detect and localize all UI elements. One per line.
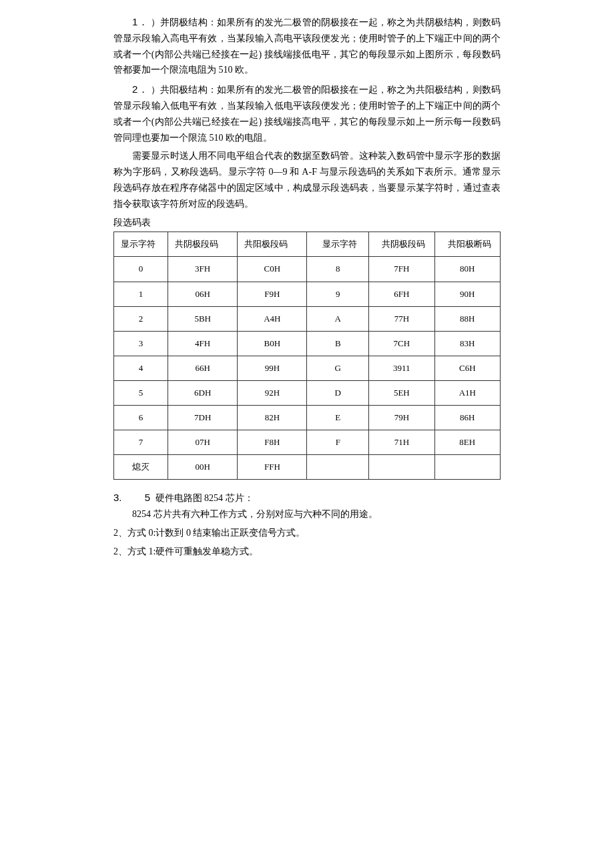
table-cell: 7FH [369,257,434,282]
table-row: 707HF8HF71H8EH [114,430,501,455]
table-cell: F9H [238,282,307,306]
table-cell: 77H [369,306,434,331]
table-cell: 5 [114,380,168,405]
table-cell: 3FH [168,257,238,282]
table-cell: 4 [114,356,168,380]
table-cell: A1H [434,380,500,405]
table-cell: C0H [238,257,307,282]
table-row: 106HF9H96FH90H [114,282,501,306]
table-cell: E [307,406,369,430]
paragraph-3: 需要显示时送人用不同电平组合代表的数据至数码管。这种装入数码管中显示字形的数据称… [113,148,501,211]
table-cell: 07H [168,430,238,455]
table-cell: 82H [238,406,307,430]
th-4: 共阴极段码 [369,232,434,257]
sec5-line: 8254 芯片共有六种工作方式，分别对应与六种不同的用途。 [113,506,501,522]
num-label-1: 1． [132,16,148,27]
table-cell: 7 [114,430,168,455]
table-cell: 79H [369,406,434,430]
table-cell: 99H [238,356,307,380]
table-row: 熄灭00HFFH [114,455,501,480]
table-cell: 86H [434,406,500,430]
table-cell: 88H [434,306,500,331]
table-cell: 9 [307,282,369,306]
table-cell [434,455,500,480]
table-cell: 92H [238,380,307,405]
table-cell: 5EH [369,380,434,405]
table-cell: 2 [114,306,168,331]
paragraph-1-text: ）并阴极结构：如果所有的发光二极管的阴极接在一起，称之为共阴极结构，则数码管显示… [113,17,501,75]
section-3: 3. 5 硬件电路图 8254 芯片： [113,489,501,506]
paragraph-2: 2．）共阳极结构：如果所有的发光二极管的阳极接在一起，称之为共阳极结构，则数码管… [113,81,501,145]
table-cell: 1 [114,282,168,306]
th-3: 显示字符 [307,232,369,257]
table-cell: 3 [114,331,168,356]
table-cell: B [307,331,369,356]
paragraph-3-text: 需要显示时送人用不同电平组合代表的数据至数码管。这种装入数码管中显示字形的数据称… [113,151,501,208]
table-cell: 4FH [168,331,238,356]
table-row: 67DH82HE79H86H [114,406,501,430]
table-body: 03FHC0H87FH80H106HF9H96FH90H25BHA4HA77H8… [114,257,501,480]
table-cell: 66H [168,356,238,380]
table-cell: 83H [434,331,500,356]
table-cell: 5BH [168,306,238,331]
table-cell: A4H [238,306,307,331]
paragraph-2-text: ）共阳极结构：如果所有的发光二极管的阳极接在一起，称之为共阳极结构，则数码管显示… [113,85,501,142]
table-cell: B0H [238,331,307,356]
sec5-num: 5 [145,492,150,503]
table-row: 03FHC0H87FH80H [114,257,501,282]
mode-0: 2、方式 0:计数到 0 结束输出正跃变信号方式。 [113,525,501,541]
sec3-num: 3. [113,492,122,503]
th-5: 共阳极断码 [434,232,500,257]
table-caption: 段选码表 [113,215,501,231]
table-cell: 00H [168,455,238,480]
table-cell: 7DH [168,406,238,430]
mode-1: 2、方式 1:硬件可重触发单稳方式。 [113,544,501,560]
th-0: 显示字符 [114,232,168,257]
table-row: 25BHA4HA77H88H [114,306,501,331]
th-1: 共阴极段码 [168,232,238,257]
table-cell: 8EH [434,430,500,455]
th-2: 共阳极段码 [238,232,307,257]
table-cell: 熄灭 [114,455,168,480]
table-cell: G [307,356,369,380]
table-cell: C6H [434,356,500,380]
table-cell: 90H [434,282,500,306]
table-cell: 7CH [369,331,434,356]
paragraph-1: 1．）并阴极结构：如果所有的发光二极管的阴极接在一起，称之为共阴极结构，则数码管… [113,13,501,78]
table-cell: 0 [114,257,168,282]
table-cell: 3911 [369,356,434,380]
segment-code-table: 显示字符 共阴极段码 共阳极段码 显示字符 共阴极段码 共阳极断码 03FHC0… [113,232,501,480]
table-cell: 6FH [369,282,434,306]
table-cell: 06H [168,282,238,306]
table-row: 34FHB0HB7CH83H [114,331,501,356]
table-cell: 8 [307,257,369,282]
table-cell: D [307,380,369,405]
table-cell [307,455,369,480]
table-cell: A [307,306,369,331]
table-cell: FFH [238,455,307,480]
table-cell: 71H [369,430,434,455]
sec5-title: 硬件电路图 8254 芯片： [153,493,254,503]
table-cell: 6 [114,406,168,430]
table-cell: 80H [434,257,500,282]
table-cell [369,455,434,480]
num-label-2: 2． [132,83,148,95]
table-cell: 6DH [168,380,238,405]
table-header-row: 显示字符 共阴极段码 共阳极段码 显示字符 共阴极段码 共阳极断码 [114,232,501,257]
table-row: 56DH92HD5EHA1H [114,380,501,405]
table-cell: F8H [238,430,307,455]
table-cell: F [307,430,369,455]
table-row: 466H99HG3911C6H [114,356,501,380]
